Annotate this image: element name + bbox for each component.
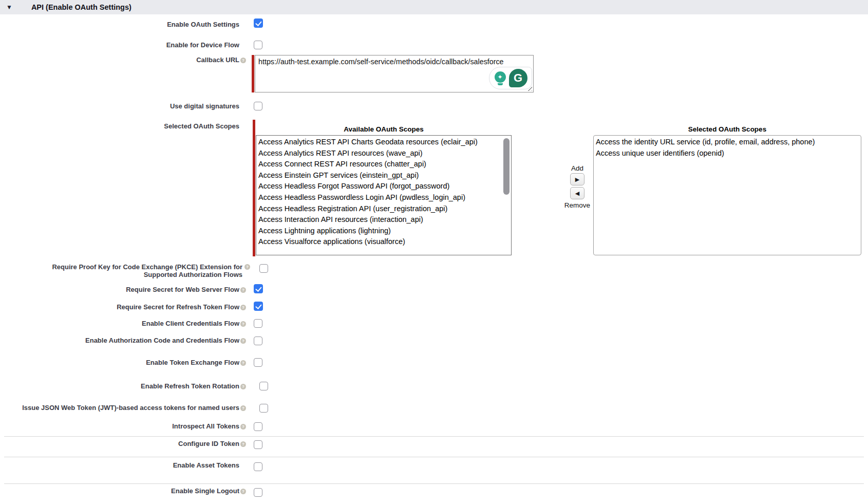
scope-option[interactable]: Access Interaction API resources (intera…: [258, 214, 511, 226]
enable-refresh-token-rotation-checkbox[interactable]: [259, 382, 268, 390]
enable-client-credentials-label: Enable Client Credentials Flow?: [0, 320, 246, 327]
divider: [4, 457, 864, 457]
help-icon[interactable]: ?: [240, 405, 246, 411]
enable-token-exchange-checkbox[interactable]: [254, 358, 262, 367]
remove-scope-button[interactable]: ◀: [570, 187, 584, 199]
label-text: Configure ID Token: [178, 440, 239, 447]
help-icon[interactable]: ?: [240, 287, 246, 293]
scrollbar-thumb[interactable]: [503, 138, 510, 195]
help-icon[interactable]: ?: [240, 305, 246, 310]
available-scopes-header: Available OAuth Scopes: [256, 125, 512, 133]
enable-asset-tokens-label: Enable Asset Tokens: [0, 461, 246, 469]
label-text: Enable Token Exchange Flow: [146, 359, 239, 366]
required-field-bar: [252, 55, 254, 92]
suggestion-bulb-icon[interactable]: ✦: [494, 71, 506, 85]
grammarly-widget[interactable]: ✦ G: [489, 67, 532, 89]
pkce-label: Require Proof Key for Code Exchange (PKC…: [37, 263, 242, 278]
scope-option[interactable]: Access Headless Forgot Password API (for…: [258, 181, 511, 192]
introspect-all-tokens-checkbox[interactable]: [254, 422, 262, 431]
bulb-base: [498, 83, 503, 85]
scope-option[interactable]: Access Headless Registration API (user_r…: [258, 203, 511, 215]
arrow-right-icon: ▶: [575, 176, 579, 183]
callback-url-label: Callback URL?: [0, 56, 246, 64]
enable-oauth-settings-label: Enable OAuth Settings: [0, 21, 246, 28]
enable-single-logout-checkbox[interactable]: [254, 488, 262, 497]
required-field-bar: [253, 120, 255, 256]
label-text: Issue JSON Web Token (JWT)-based access …: [22, 404, 239, 412]
label-text: Enable Single Logout: [171, 487, 239, 495]
scope-option[interactable]: Access Visualforce applications (visualf…: [258, 236, 511, 248]
section-title: API (Enable OAuth Settings): [31, 3, 131, 11]
help-icon[interactable]: ?: [240, 321, 246, 327]
configure-id-token-label: Configure ID Token?: [0, 440, 246, 447]
require-secret-web-server-checkbox[interactable]: [254, 284, 263, 293]
callback-url-label-text: Callback URL: [196, 56, 239, 64]
scope-option[interactable]: Access unique user identifiers (openid): [596, 148, 861, 159]
help-icon[interactable]: ?: [240, 489, 246, 494]
help-icon[interactable]: ?: [240, 338, 246, 344]
scope-option[interactable]: Access Headless Passwordless Login API (…: [258, 192, 511, 203]
label-text: Require Secret for Refresh Token Flow: [117, 303, 239, 311]
enable-device-flow-checkbox[interactable]: [254, 41, 262, 49]
label-text: Introspect All Tokens: [172, 422, 239, 430]
arrow-left-icon: ◀: [575, 190, 579, 197]
selected-scopes-header: Selected OAuth Scopes: [593, 125, 861, 133]
label-text: Require Secret for Web Server Flow: [126, 286, 239, 293]
help-icon[interactable]: ?: [240, 360, 246, 366]
help-icon[interactable]: ?: [240, 424, 246, 430]
enable-oauth-settings-checkbox[interactable]: [254, 18, 263, 28]
collapse-triangle-icon[interactable]: ▼: [6, 0, 12, 14]
scope-option[interactable]: Access Einstein GPT services (einstein_g…: [258, 170, 511, 181]
grammarly-icon[interactable]: G: [509, 69, 527, 87]
oauth-settings-section: ▼ API (Enable OAuth Settings) Enable OAu…: [0, 0, 868, 504]
remove-label: Remove: [558, 201, 597, 209]
issue-jwt-tokens-label: Issue JSON Web Token (JWT)-based access …: [0, 404, 246, 412]
help-icon[interactable]: ?: [240, 441, 246, 447]
scope-option[interactable]: Access Analytics REST API Charts Geodata…: [258, 137, 511, 148]
enable-auth-code-credentials-checkbox[interactable]: [254, 337, 262, 345]
issue-jwt-tokens-checkbox[interactable]: [259, 404, 268, 413]
add-label: Add: [562, 164, 593, 172]
scope-option[interactable]: Access the identity URL service (id, pro…: [596, 137, 861, 148]
require-secret-refresh-token-checkbox[interactable]: [254, 302, 263, 311]
use-digital-signatures-label: Use digital signatures: [0, 102, 246, 110]
scope-option[interactable]: Access Connect REST API resources (chatt…: [258, 159, 511, 170]
enable-refresh-token-rotation-label: Enable Refresh Token Rotation?: [0, 382, 246, 390]
enable-client-credentials-checkbox[interactable]: [254, 319, 262, 328]
selected-scopes-listbox[interactable]: Access the identity URL service (id, pro…: [593, 135, 861, 255]
label-text: Enable Refresh Token Rotation: [141, 382, 239, 390]
scope-option[interactable]: Access Analytics REST API resources (wav…: [258, 148, 511, 159]
selected-oauth-scopes-label: Selected OAuth Scopes: [0, 122, 246, 130]
enable-token-exchange-label: Enable Token Exchange Flow?: [0, 359, 246, 366]
available-scopes-listbox[interactable]: Access Analytics REST API Charts Geodata…: [256, 135, 512, 255]
divider: [4, 483, 864, 484]
enable-auth-code-credentials-label: Enable Authorization Code and Credential…: [0, 337, 246, 344]
label-text: Enable Authorization Code and Credential…: [85, 337, 239, 344]
scope-option[interactable]: Access Lightning applications (lightning…: [258, 226, 511, 237]
divider: [4, 436, 864, 437]
help-icon[interactable]: ?: [244, 264, 250, 270]
enable-asset-tokens-checkbox[interactable]: [254, 462, 262, 471]
enable-single-logout-label: Enable Single Logout?: [0, 487, 246, 495]
add-scope-button[interactable]: ▶: [570, 173, 584, 185]
configure-id-token-checkbox[interactable]: [254, 440, 262, 449]
label-text: Enable Client Credentials Flow: [142, 320, 239, 327]
require-secret-refresh-token-label: Require Secret for Refresh Token Flow?: [0, 303, 246, 311]
use-digital-signatures-checkbox[interactable]: [254, 102, 262, 110]
bulb-star-glyph: ✦: [495, 71, 506, 83]
introspect-all-tokens-label: Introspect All Tokens?: [0, 422, 246, 430]
help-icon[interactable]: ?: [240, 384, 246, 389]
help-icon[interactable]: ?: [240, 58, 246, 63]
section-header[interactable]: ▼ API (Enable OAuth Settings): [0, 0, 868, 14]
require-secret-web-server-label: Require Secret for Web Server Flow?: [0, 286, 246, 293]
enable-device-flow-label: Enable for Device Flow: [0, 41, 246, 49]
pkce-checkbox[interactable]: [259, 264, 268, 273]
